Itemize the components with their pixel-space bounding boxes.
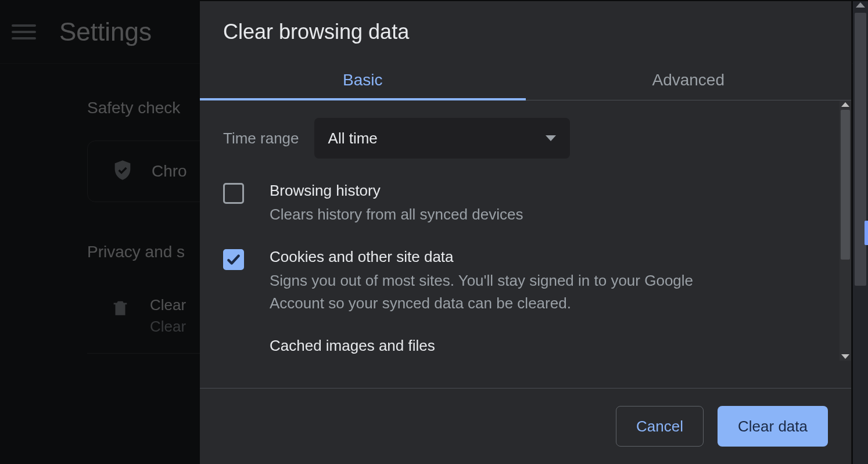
clear-item-title: Clear	[150, 296, 186, 314]
checkbox-browsing-history[interactable]	[223, 183, 244, 204]
dialog-body: Time range All time Browsing history Cle…	[200, 100, 851, 388]
option-title: Cached images and files	[270, 337, 435, 355]
checkbox-cookies[interactable]	[223, 249, 244, 270]
dialog-footer: Cancel Clear data	[200, 388, 851, 464]
tab-advanced[interactable]: Advanced	[526, 63, 852, 100]
clear-item-sub: Clear	[150, 318, 186, 336]
time-range-value: All time	[328, 130, 378, 148]
safety-check-text: Chro	[152, 162, 187, 181]
option-title: Browsing history	[270, 182, 523, 200]
shield-icon	[111, 159, 134, 184]
option-desc: Clears history from all synced devices	[270, 203, 523, 226]
option-browsing-history[interactable]: Browsing history Clears history from all…	[223, 182, 828, 226]
tab-basic[interactable]: Basic	[200, 63, 526, 100]
dialog-title: Clear browsing data	[200, 1, 851, 63]
clear-data-button[interactable]: Clear data	[718, 406, 828, 447]
menu-icon[interactable]	[12, 24, 36, 39]
scroll-up-icon[interactable]	[841, 100, 849, 109]
time-range-label: Time range	[223, 130, 299, 148]
trash-icon	[110, 296, 130, 322]
chevron-down-icon	[546, 135, 556, 141]
time-range-select[interactable]: All time	[314, 118, 570, 159]
clear-browsing-data-dialog: Clear browsing data Basic Advanced Time …	[200, 1, 852, 464]
dialog-body-scrollbar[interactable]	[840, 100, 851, 361]
option-cookies[interactable]: Cookies and other site data Signs you ou…	[223, 248, 828, 315]
cancel-button[interactable]: Cancel	[616, 406, 704, 447]
option-cached[interactable]: Cached images and files	[223, 337, 828, 359]
option-title: Cookies and other site data	[270, 248, 746, 266]
scroll-marker	[865, 221, 868, 245]
scroll-down-icon[interactable]	[841, 353, 849, 361]
dialog-tabs: Basic Advanced	[200, 63, 851, 100]
scroll-up-icon[interactable]	[856, 2, 865, 12]
option-desc: Signs you out of most sites. You'll stay…	[270, 269, 746, 315]
scroll-thumb[interactable]	[841, 110, 850, 260]
page-title: Settings	[59, 17, 152, 46]
